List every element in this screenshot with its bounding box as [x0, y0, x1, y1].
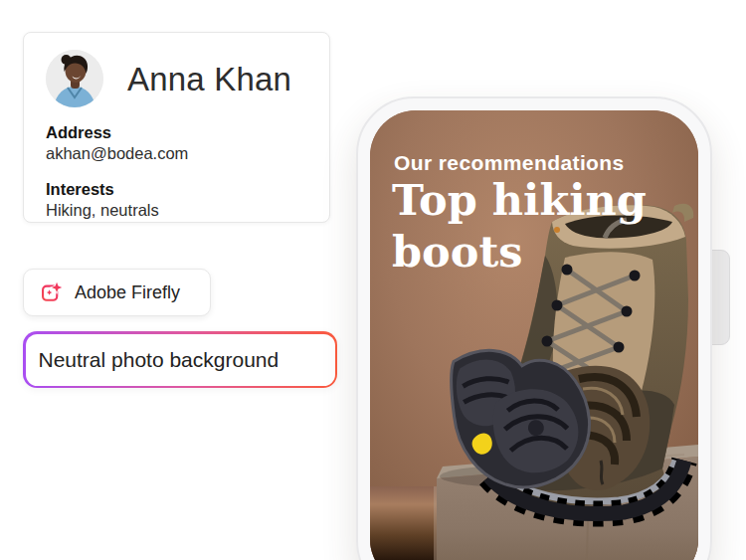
prompt-input[interactable]: Neutral photo background [23, 331, 337, 388]
address-value: akhan@bodea.com [46, 144, 188, 163]
adobe-firefly-button[interactable]: Adobe Firefly [23, 269, 211, 316]
screen-headline: Top hiking boots [392, 174, 678, 278]
interests-label: Interests [46, 180, 114, 199]
profile-card: Anna Khan Address akhan@bodea.com Intere… [23, 32, 330, 223]
screen-eyebrow: Our recommendations [394, 151, 625, 175]
phone-mockup: Our recommendations Top hiking boots [356, 96, 712, 560]
prompt-input-field[interactable]: Neutral photo background [26, 334, 335, 386]
interests-value: Hiking, neutrals [46, 201, 159, 220]
phone-screen: Our recommendations Top hiking boots [370, 110, 698, 560]
firefly-button-label: Adobe Firefly [75, 282, 180, 303]
profile-name: Anna Khan [127, 62, 291, 97]
woman-avatar-illustration [46, 50, 103, 107]
firefly-sparkle-icon [40, 281, 63, 304]
prompt-text: Neutral photo background [39, 348, 280, 372]
avatar [46, 50, 103, 107]
address-label: Address [46, 123, 111, 142]
